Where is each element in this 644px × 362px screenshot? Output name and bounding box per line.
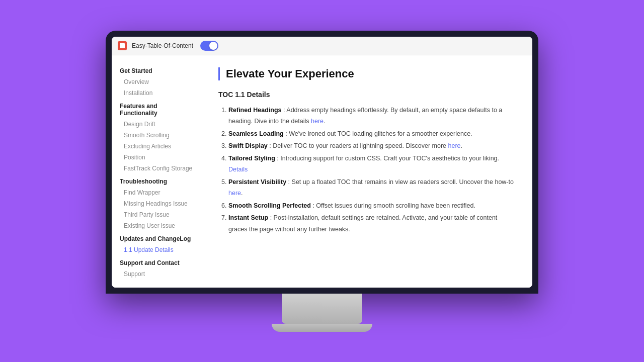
- item-5-text: : Set up a floated TOC that remains in v…: [288, 178, 514, 186]
- browser-header: Easy-Table-Of-Content: [112, 37, 532, 55]
- sidebar-item-overview[interactable]: Overview: [112, 76, 202, 87]
- plugin-logo-icon: [120, 43, 125, 48]
- item-3-text: : Deliver TOC to your readers at lightni…: [269, 142, 448, 149]
- item-7-text: : Post-installation, default settings ar…: [228, 214, 497, 233]
- sidebar-item-missing-headings[interactable]: Missing Headings Issue: [112, 198, 202, 209]
- main-content: Elevate Your Experience TOC 1.1 Details …: [202, 55, 532, 288]
- item-2-bold: Seamless Loading: [228, 130, 284, 137]
- item-4-link[interactable]: Details: [228, 166, 248, 173]
- sidebar-item-position[interactable]: Position: [112, 152, 202, 163]
- list-item: Refined Headings : Address empty heading…: [228, 105, 516, 127]
- sidebar-item-design-drift[interactable]: Design Drift: [112, 119, 202, 130]
- item-1-link[interactable]: here: [311, 118, 324, 125]
- item-1-bold: Refined Headings: [228, 107, 282, 114]
- sidebar-item-excluding-articles[interactable]: Excluding Articles: [112, 141, 202, 152]
- browser-window: Easy-Table-Of-Content Get Started Overvi…: [112, 37, 532, 288]
- sidebar-item-smooth-scrolling[interactable]: Smooth Scrolling: [112, 130, 202, 141]
- item-6-bold: Smooth Scrolling Perfected: [228, 202, 311, 209]
- list-item: Persistent Visibility : Set up a floated…: [228, 176, 516, 199]
- item-4-text: : Introducing support for custom CSS. Cr…: [277, 155, 499, 162]
- item-5-bold: Persistent Visibility: [228, 178, 286, 186]
- item-7-bold: Instant Setup: [228, 214, 268, 221]
- section-heading: TOC 1.1 Details: [218, 90, 516, 99]
- list-item: Seamless Loading : We've ironed out TOC …: [228, 128, 516, 140]
- monitor-screen: Easy-Table-Of-Content Get Started Overvi…: [106, 31, 538, 294]
- toggle-knob: [209, 42, 217, 50]
- content-area: Get Started Overview Installation Featur…: [112, 55, 532, 288]
- monitor-wrapper: Easy-Table-Of-Content Get Started Overvi…: [101, 31, 543, 332]
- sidebar-item-fasttrack[interactable]: FastTrack Config Storage: [112, 163, 202, 174]
- list-item: Smooth Scrolling Perfected : Offset issu…: [228, 200, 516, 212]
- item-2-text: : We've ironed out TOC loading glitches …: [285, 130, 472, 137]
- sidebar-item-support[interactable]: Support: [112, 268, 202, 280]
- sidebar-item-third-party[interactable]: Third Party Issue: [112, 209, 202, 220]
- item-5-link[interactable]: here: [228, 190, 241, 197]
- sidebar-section-troubleshooting: Troubleshooting: [112, 174, 202, 187]
- page-title: Elevate Your Experience: [218, 67, 516, 80]
- sidebar-item-update-details[interactable]: 1.1 Update Details: [112, 244, 202, 255]
- item-6-text: : Offset issues during smooth scrolling …: [312, 202, 475, 209]
- list-item: Tailored Styling : Introducing support f…: [228, 153, 516, 175]
- monitor-stand: [272, 324, 372, 332]
- plugin-name: Easy-Table-Of-Content: [132, 42, 193, 49]
- content-list: Refined Headings : Address empty heading…: [218, 105, 516, 235]
- item-3-bold: Swift Display: [228, 142, 268, 149]
- sidebar-section-get-started: Get Started: [112, 63, 202, 76]
- monitor-base: [282, 294, 362, 324]
- sidebar-section-support: Support and Contact: [112, 255, 202, 268]
- plugin-logo: [118, 41, 127, 50]
- sidebar: Get Started Overview Installation Featur…: [112, 55, 202, 288]
- sidebar-item-existing-user[interactable]: Existing User issue: [112, 220, 202, 231]
- item-3-link[interactable]: here: [448, 142, 461, 149]
- item-4-bold: Tailored Styling: [228, 155, 275, 162]
- toggle-switch[interactable]: [200, 41, 218, 51]
- list-item: Instant Setup : Post-installation, defau…: [228, 212, 516, 235]
- sidebar-item-installation[interactable]: Installation: [112, 87, 202, 99]
- sidebar-section-features: Features and Functionality: [112, 99, 202, 119]
- sidebar-section-updates: Updates and ChangeLog: [112, 231, 202, 244]
- sidebar-item-find-wrapper[interactable]: Find Wrapper: [112, 187, 202, 198]
- list-item: Swift Display : Deliver TOC to your read…: [228, 140, 516, 152]
